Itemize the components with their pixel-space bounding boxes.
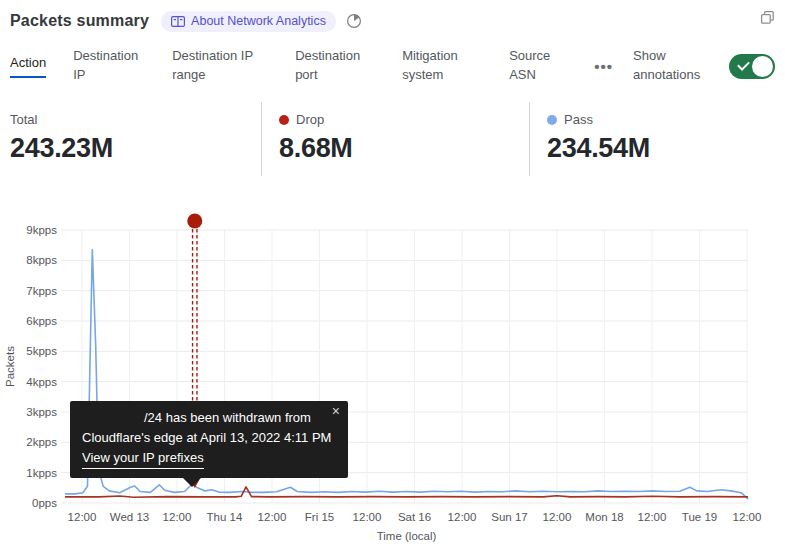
y-tick-label: 7kpps	[26, 285, 57, 297]
y-axis-title: Packets	[4, 346, 16, 387]
tab-list: ActionDestination IPDestination IP range…	[10, 47, 594, 85]
x-tick-label: Sun 17	[491, 511, 527, 523]
close-icon[interactable]: ×	[332, 404, 340, 418]
x-tick-label: Fri 15	[305, 511, 334, 523]
x-tick-label: 12:00	[638, 511, 667, 523]
tooltip-line1: /24 has been withdrawn from	[82, 408, 336, 428]
badge-label: About Network Analytics	[191, 14, 326, 28]
x-axis-title: Time (local)	[377, 530, 437, 542]
tab-action[interactable]: Action	[10, 54, 46, 78]
packets-time-series-chart[interactable]: 0pps1kpps2kpps3kpps4kpps5kpps6kpps7kpps8…	[0, 192, 785, 555]
tab-source-asn[interactable]: Source ASN	[509, 47, 567, 85]
panel-header: Packets summary About Network Analytics	[10, 8, 775, 34]
tab-label: Source ASN	[509, 47, 567, 85]
legend-dot-pass	[547, 115, 557, 125]
annotation-dot[interactable]	[187, 214, 202, 229]
show-annotations-label: Show annotations	[633, 47, 715, 85]
x-tick-label: 12:00	[163, 511, 192, 523]
stat-label: Total	[10, 112, 261, 127]
y-tick-label: 9kpps	[26, 224, 57, 236]
tab-label: Action	[10, 54, 46, 78]
annotation-tooltip: × /24 has been withdrawn from Cloudflare…	[70, 401, 348, 478]
stat-label-text: Drop	[296, 112, 324, 127]
y-tick-label: 2kpps	[26, 436, 57, 448]
x-tick-label: Sat 16	[398, 511, 431, 523]
tab-mitigation-system[interactable]: Mitigation system	[402, 47, 482, 85]
more-tabs-button[interactable]: •••	[594, 58, 613, 75]
tooltip-line2: Cloudflare's edge at April 13, 2022 4:11…	[82, 428, 336, 448]
y-tick-label: 8kpps	[26, 254, 57, 266]
y-tick-label: 0pps	[32, 497, 57, 509]
x-tick-label: Wed 13	[110, 511, 149, 523]
dimension-tabs: ActionDestination IPDestination IP range…	[10, 42, 775, 90]
y-tick-label: 6kpps	[26, 315, 57, 327]
y-tick-label: 1kpps	[26, 467, 57, 479]
about-network-analytics-badge[interactable]: About Network Analytics	[161, 11, 336, 32]
stat-drop: Drop8.68M	[261, 102, 529, 176]
x-tick-label: Mon 18	[585, 511, 623, 523]
check-icon	[737, 58, 750, 71]
x-tick-label: 12:00	[733, 511, 762, 523]
packets-summary-panel: Packets summary About Network Analytics	[0, 0, 785, 555]
stat-label: Drop	[279, 112, 529, 127]
stat-label-text: Pass	[564, 112, 593, 127]
tab-label: Destination IP range	[172, 47, 268, 85]
stat-label: Pass	[547, 112, 785, 127]
x-tick-label: Thu 14	[207, 511, 243, 523]
y-tick-label: 4kpps	[26, 376, 57, 388]
tab-label: Mitigation system	[402, 47, 482, 85]
x-tick-label: 12:00	[448, 511, 477, 523]
book-icon	[171, 15, 185, 28]
stat-pass: Pass234.54M	[529, 102, 785, 176]
stat-label-text: Total	[10, 112, 37, 127]
toggle-knob	[752, 56, 773, 77]
x-tick-label: Tue 19	[682, 511, 717, 523]
x-tick-label: 12:00	[543, 511, 572, 523]
show-annotations-toggle[interactable]	[729, 54, 775, 79]
y-tick-label: 3kpps	[26, 406, 57, 418]
tab-destination-ip-range[interactable]: Destination IP range	[172, 47, 268, 85]
y-tick-label: 5kpps	[26, 345, 57, 357]
duplicate-window-icon[interactable]	[760, 10, 775, 29]
summary-stats: Total243.23MDrop8.68MPass234.54M	[0, 102, 785, 176]
x-tick-label: 12:00	[68, 511, 97, 523]
tab-destination-port[interactable]: Destination port	[295, 47, 375, 85]
x-tick-label: 12:00	[258, 511, 287, 523]
tab-destination-ip[interactable]: Destination IP	[73, 47, 145, 85]
stat-total: Total243.23M	[0, 102, 261, 176]
tab-label: Destination IP	[73, 47, 145, 85]
stat-value: 243.23M	[10, 133, 261, 164]
stat-value: 8.68M	[279, 133, 529, 164]
legend-dot-drop	[279, 115, 289, 125]
history-icon[interactable]	[346, 13, 362, 29]
page-title: Packets summary	[10, 12, 149, 30]
tab-label: Destination port	[295, 47, 375, 85]
x-tick-label: 12:00	[353, 511, 382, 523]
stat-value: 234.54M	[547, 133, 785, 164]
view-ip-prefixes-link[interactable]: View your IP prefixes	[82, 448, 204, 469]
